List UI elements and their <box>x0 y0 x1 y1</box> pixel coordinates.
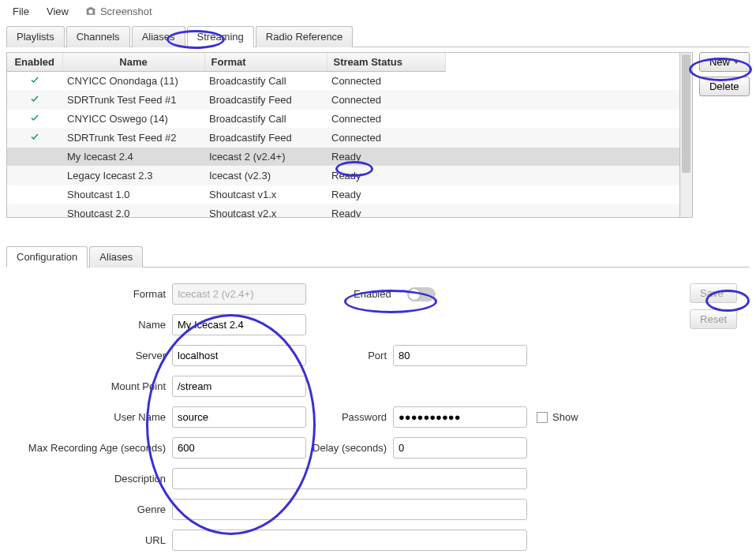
table-row[interactable]: SDRTrunk Test Feed #2Broadcastify FeedCo… <box>7 129 679 148</box>
username-label: User Name <box>14 411 172 423</box>
enabled-cell <box>7 167 62 185</box>
check-icon <box>28 132 41 141</box>
status-cell: Connected <box>327 72 445 91</box>
scroll-thumb[interactable] <box>682 54 691 173</box>
server-label: Server <box>14 350 172 361</box>
status-cell: Ready <box>327 204 445 218</box>
table-scrollbar[interactable] <box>679 53 692 217</box>
format-cell: Broadcastify Feed <box>204 129 327 148</box>
format-cell: Shoutcast v2.x <box>204 204 327 218</box>
delete-button[interactable]: Delete <box>699 77 750 96</box>
status-cell: Ready <box>327 148 445 167</box>
status-cell: Connected <box>327 91 445 110</box>
tab-channels[interactable]: Channels <box>66 26 130 47</box>
reset-button[interactable]: Reset <box>690 309 737 329</box>
table-row[interactable]: My Icecast 2.4Icecast 2 (v2.4+)Ready <box>7 148 679 167</box>
genre-label: Genre <box>14 503 172 515</box>
name-cell: SDRTrunk Test Feed #2 <box>62 129 204 148</box>
name-cell: CNYICC Oswego (14) <box>62 110 204 129</box>
genre-field[interactable] <box>172 499 527 520</box>
description-label: Description <box>14 473 172 485</box>
detail-panel: ConfigurationAliases Save Reset Format E… <box>6 245 750 554</box>
tab-playlists[interactable]: Playlists <box>6 26 65 47</box>
save-button[interactable]: Save <box>690 283 737 303</box>
name-field[interactable] <box>172 314 306 335</box>
username-field[interactable] <box>172 406 306 428</box>
check-icon <box>28 75 41 84</box>
table-row[interactable]: CNYICC Oswego (14)Broadcastify CallConne… <box>7 110 679 129</box>
tab-aliases[interactable]: Aliases <box>132 26 185 47</box>
format-cell: Broadcastify Feed <box>204 91 327 110</box>
col-name[interactable]: Name <box>62 53 204 72</box>
table-row[interactable]: CNYICC Onondaga (11)Broadcastify CallCon… <box>7 72 679 91</box>
table-row[interactable]: Shoutcast 2.0Shoutcast v2.xReady <box>7 204 679 218</box>
status-cell: Connected <box>327 129 445 148</box>
url-field[interactable] <box>172 530 527 551</box>
server-field[interactable] <box>172 345 306 366</box>
delay-field[interactable] <box>393 437 527 459</box>
tab-streaming[interactable]: Streaming <box>187 26 254 47</box>
streams-table-container: EnabledNameFormatStream Status CNYICC On… <box>6 52 693 218</box>
status-cell: Ready <box>327 167 445 185</box>
table-row[interactable]: SDRTrunk Test Feed #1Broadcastify FeedCo… <box>7 91 679 110</box>
name-cell: Shoutcast 1.0 <box>62 185 204 204</box>
screenshot-label: Screenshot <box>100 6 152 17</box>
enabled-cell <box>7 204 62 218</box>
new-button[interactable]: New <box>699 52 750 72</box>
name-label: Name <box>14 319 172 331</box>
col-format[interactable]: Format <box>204 53 327 72</box>
name-cell: Shoutcast 2.0 <box>62 204 204 218</box>
menu-file[interactable]: File <box>5 2 37 21</box>
maxage-field[interactable] <box>172 437 306 459</box>
password-field[interactable] <box>393 406 527 428</box>
enabled-cell <box>7 110 62 129</box>
name-cell: Legacy Icecast 2.3 <box>62 167 204 185</box>
streams-table: EnabledNameFormatStream Status CNYICC On… <box>7 53 679 217</box>
show-password-checkbox[interactable] <box>537 412 548 423</box>
check-icon <box>28 113 41 122</box>
delay-label: Delay (seconds) <box>306 442 393 454</box>
subtab-aliases[interactable]: Aliases <box>89 246 143 268</box>
mount-label: Mount Point <box>14 380 172 392</box>
status-cell: Connected <box>327 110 445 129</box>
table-row[interactable]: Legacy Icecast 2.3Icecast (v2.3)Ready <box>7 167 679 185</box>
enabled-cell <box>7 72 62 91</box>
name-cell: My Icecast 2.4 <box>62 148 204 167</box>
password-label: Password <box>306 411 393 423</box>
enabled-cell <box>7 129 62 148</box>
format-label: Format <box>14 288 172 300</box>
main-tab-bar: PlaylistsChannelsAliasesStreamingRadio R… <box>6 25 750 47</box>
new-button-label: New <box>709 56 730 68</box>
description-field[interactable] <box>172 468 527 489</box>
enabled-cell <box>7 185 62 204</box>
subtab-configuration[interactable]: Configuration <box>6 246 88 268</box>
port-label: Port <box>306 350 393 361</box>
col-enabled[interactable]: Enabled <box>7 53 62 72</box>
enabled-cell <box>7 148 62 167</box>
camera-icon <box>84 5 97 17</box>
tab-radio-reference[interactable]: Radio Reference <box>256 26 354 47</box>
format-cell: Icecast 2 (v2.4+) <box>204 148 327 167</box>
enabled-toggle[interactable] <box>407 287 436 301</box>
menu-view[interactable]: View <box>39 2 77 21</box>
caret-down-icon <box>733 60 739 64</box>
format-cell: Icecast (v2.3) <box>204 167 327 185</box>
port-field[interactable] <box>393 345 527 366</box>
check-icon <box>28 94 41 103</box>
format-field <box>172 283 306 305</box>
enabled-label: Enabled <box>354 288 391 300</box>
format-cell: Broadcastify Call <box>204 72 327 91</box>
menu-bar: File View Screenshot <box>0 0 756 22</box>
status-cell: Ready <box>327 185 445 204</box>
col-stream-status[interactable]: Stream Status <box>327 53 445 72</box>
enabled-cell <box>7 91 62 110</box>
name-cell: CNYICC Onondaga (11) <box>62 72 204 91</box>
format-cell: Broadcastify Call <box>204 110 327 129</box>
screenshot-button[interactable]: Screenshot <box>78 2 159 21</box>
format-cell: Shoutcast v1.x <box>204 185 327 204</box>
mount-field[interactable] <box>172 376 306 397</box>
show-label: Show <box>552 411 578 423</box>
table-row[interactable]: Shoutcast 1.0Shoutcast v1.xReady <box>7 185 679 204</box>
url-label: URL <box>14 534 172 546</box>
name-cell: SDRTrunk Test Feed #1 <box>62 91 204 110</box>
